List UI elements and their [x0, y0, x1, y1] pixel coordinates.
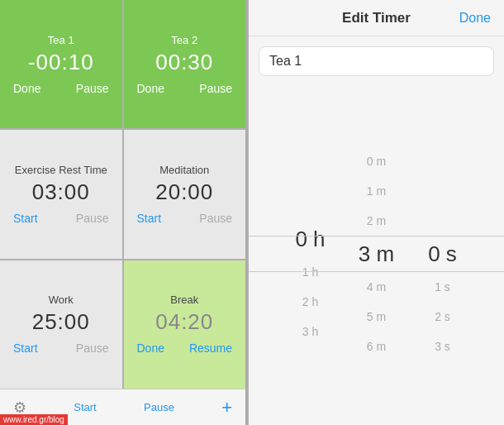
- timer-value-tea1: -00:10: [28, 50, 94, 75]
- start-btn-meditation[interactable]: Start: [134, 210, 165, 227]
- timer-value-work: 25:00: [32, 309, 90, 335]
- timer-name-break: Break: [170, 294, 198, 306]
- picker-container[interactable]: 0 h 1 h 2 h 3 h 0 m 1 m 2 m 3 m 4 m 5 m …: [249, 83, 504, 425]
- pause-btn-tea2[interactable]: Pause: [196, 80, 235, 97]
- pause-btn-exercise[interactable]: Pause: [73, 210, 112, 227]
- picker-seconds-above1: [410, 176, 476, 206]
- start-btn-exercise[interactable]: Start: [10, 210, 41, 227]
- done-btn-tea2[interactable]: Done: [134, 80, 168, 97]
- picker-seconds-col[interactable]: 0 s 1 s 2 s 3 s: [410, 146, 476, 361]
- picker-hours-below1: 1 h: [278, 257, 344, 287]
- done-btn-tea1[interactable]: Done: [10, 80, 44, 97]
- timer-value-meditation: 20:00: [155, 179, 213, 205]
- picker-minutes-above2: 0 m: [344, 146, 410, 176]
- picker-hours-below3: 3 h: [278, 317, 344, 346]
- pause-btn-meditation[interactable]: Pause: [196, 210, 235, 227]
- picker-seconds-below1: 1 s: [410, 272, 476, 302]
- pause-button-bottom[interactable]: Pause: [144, 401, 174, 413]
- timer-buttons-exercise: Start Pause: [3, 210, 119, 227]
- timer-buttons-break: Done Resume: [127, 340, 243, 356]
- watermark: www.ired.gr/blog: [0, 414, 68, 425]
- picker-minutes-selected: 3 m: [344, 236, 410, 272]
- timer-grid: Tea 1 -00:10 Done Pause Tea 2 00:30 Done…: [0, 0, 245, 389]
- edit-header: Edit Timer Done: [249, 0, 504, 36]
- timer-name-tea1: Tea 1: [48, 34, 74, 46]
- add-button[interactable]: +: [221, 397, 232, 418]
- resume-btn-break[interactable]: Resume: [186, 340, 235, 356]
- picker-hours-col[interactable]: 0 h 1 h 2 h 3 h: [278, 161, 344, 346]
- timer-name-meditation: Meditation: [159, 164, 209, 176]
- timer-name-work: Work: [49, 294, 74, 306]
- picker-seconds-below3: 3 s: [410, 332, 476, 361]
- pause-btn-work[interactable]: Pause: [73, 340, 112, 356]
- timer-name-tea2: Tea 2: [171, 34, 197, 46]
- timer-cell-tea2: Tea 2 00:30 Done Pause: [124, 0, 246, 128]
- timer-value-tea2: 00:30: [155, 50, 213, 75]
- timer-name-input[interactable]: [259, 46, 494, 76]
- timer-name-exercise: Exercise Rest Time: [15, 164, 107, 176]
- timer-value-break: 04:20: [155, 309, 213, 335]
- picker-hours-selected: 0 h: [278, 221, 344, 257]
- timer-buttons-tea1: Done Pause: [3, 80, 119, 97]
- left-panel: Tea 1 -00:10 Done Pause Tea 2 00:30 Done…: [0, 0, 247, 425]
- plus-icon: +: [221, 397, 232, 418]
- timer-cell-exercise: Exercise Rest Time 03:00 Start Pause: [0, 130, 122, 258]
- picker-seconds-above2: [410, 146, 476, 176]
- picker-seconds-selected: 0 s: [410, 236, 476, 272]
- picker-minutes-col[interactable]: 0 m 1 m 2 m 3 m 4 m 5 m 6 m: [344, 146, 410, 361]
- picker-minutes-below3: 6 m: [344, 332, 410, 361]
- picker-row: 0 h 1 h 2 h 3 h 0 m 1 m 2 m 3 m 4 m 5 m …: [249, 146, 504, 361]
- picker-minutes-above1: 1 m: [344, 176, 410, 206]
- timer-cell-break: Break 04:20 Done Resume: [124, 260, 246, 389]
- edit-title: Edit Timer: [342, 10, 411, 26]
- picker-seconds-above0: [410, 206, 476, 236]
- timer-buttons-meditation: Start Pause: [127, 210, 243, 227]
- picker-minutes-below1: 4 m: [344, 272, 410, 302]
- done-button[interactable]: Done: [459, 11, 491, 26]
- picker-seconds-below2: 2 s: [410, 302, 476, 332]
- done-btn-break[interactable]: Done: [134, 340, 168, 356]
- timer-cell-work: Work 25:00 Start Pause: [0, 260, 122, 389]
- pause-btn-tea1[interactable]: Pause: [73, 80, 112, 97]
- timer-buttons-tea2: Done Pause: [127, 80, 243, 97]
- picker-minutes-below2: 5 m: [344, 302, 410, 332]
- timer-cell-meditation: Meditation 20:00 Start Pause: [124, 130, 246, 258]
- timer-value-exercise: 03:00: [32, 179, 90, 205]
- timer-cell-tea1: Tea 1 -00:10 Done Pause: [0, 0, 122, 128]
- timer-buttons-work: Start Pause: [3, 340, 119, 356]
- picker-hours-below2: 2 h: [278, 287, 344, 317]
- right-panel: Edit Timer Done 0 h 1 h 2 h 3 h 0 m 1 m …: [249, 0, 504, 425]
- start-btn-work[interactable]: Start: [10, 340, 41, 356]
- start-button-bottom[interactable]: Start: [74, 401, 96, 413]
- picker-hours-above2: [278, 161, 344, 191]
- picker-hours-above1: [278, 191, 344, 221]
- picker-minutes-above0: 2 m: [344, 206, 410, 236]
